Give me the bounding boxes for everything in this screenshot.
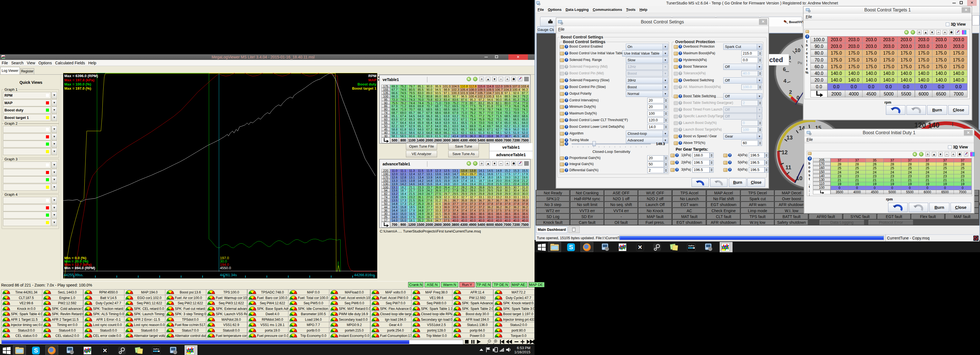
svg-text:120 140: 120 140: [914, 121, 939, 129]
